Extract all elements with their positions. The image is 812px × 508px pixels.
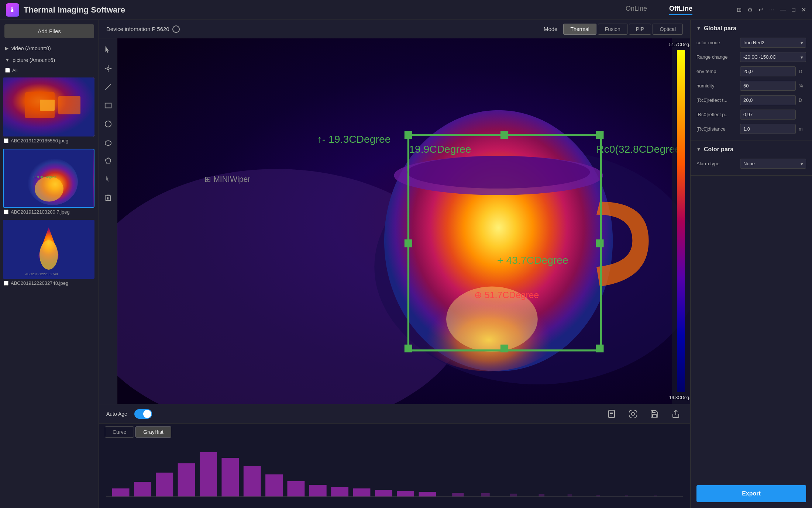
all-label: All [12,68,17,73]
reflect-p-input[interactable] [740,110,796,120]
thermal-preview-1 [3,77,94,136]
tab-curve[interactable]: Curve [105,426,134,438]
scale-max-label: 51.7CDeg... [669,42,690,47]
svg-rect-32 [500,131,508,139]
svg-text:↑- 19.3CDegree: ↑- 19.3CDegree [317,133,391,145]
svg-rect-51 [112,488,130,497]
alarm-type-select-wrapper[interactable]: None High Temp Low Temp High & Low [740,159,806,169]
image-filename-3: ABC20191222032748.jpeg [3,279,96,287]
tab-online[interactable]: OnLine [626,5,647,15]
chart-area: Curve GrayHist [99,423,690,508]
svg-rect-37 [500,345,508,352]
tab-grayhist[interactable]: GrayHist [135,426,171,438]
sidebar-item-video[interactable]: ▶ video (Amount:0) [0,42,99,54]
image-checkbox-2[interactable] [4,210,8,214]
distance-unit: m [799,126,806,132]
color-para-header[interactable]: ▼ Color para [691,141,812,156]
distance-label: [Rc0]distance [696,126,737,132]
image-checkbox-1[interactable] [4,138,8,143]
image-card-1[interactable]: ABC20191229185550.jpeg [3,77,96,145]
save-button[interactable] [647,407,661,421]
tab-offline[interactable]: OffLine [669,5,692,15]
tool-crosshair[interactable] [102,63,114,75]
svg-line-17 [105,84,111,90]
mode-btn-fusion[interactable]: Fusion [598,24,627,35]
mode-label: Mode [544,26,558,32]
export-button[interactable]: Export [696,485,806,502]
svg-rect-72 [625,495,628,497]
svg-rect-69 [539,494,545,497]
mode-btn-optical[interactable]: Optical [653,24,683,35]
range-change-select[interactable]: -20.0C~150.0C 0C~100C 0C~50C [740,52,806,62]
mode-btn-pip[interactable]: PIP [629,24,651,35]
image-card-2[interactable]: +19.3CDegree ABC2019122103200 7.jpeg [3,149,96,216]
humidity-input[interactable] [740,81,796,91]
tool-delete[interactable] [102,192,114,204]
viewer-tools [99,38,117,404]
screenshot-button[interactable] [626,407,640,421]
svg-rect-59 [287,481,304,497]
tool-polygon[interactable] [102,155,114,167]
svg-rect-2 [40,100,55,111]
auto-agc-toggle[interactable] [134,409,152,419]
image-thumb-2[interactable]: +19.3CDegree [3,149,94,208]
title-icon-more[interactable]: ··· [769,7,774,13]
tool-line[interactable] [102,81,114,93]
color-mode-select[interactable]: Iron Red2 Iron Red Rainbow Grayscale [740,38,806,48]
title-icon-maximize[interactable]: □ [792,7,795,13]
tool-circle[interactable] [102,118,114,130]
title-icon-grid[interactable]: ⊞ [737,6,742,13]
distance-input[interactable] [740,124,796,134]
all-checkbox[interactable] [5,68,10,73]
svg-marker-21 [105,158,111,163]
svg-rect-60 [309,485,327,497]
env-temp-input[interactable] [740,66,796,76]
svg-text:19.9CDegree: 19.9CDegree [409,143,471,155]
info-icon[interactable]: i [172,25,180,33]
device-info-text: Device infomation:P 5620 [106,26,169,32]
scale-min-label: 19.3CDeg... [669,395,690,400]
image-thumb-1[interactable] [3,77,94,136]
distance-row: [Rc0]distance m [691,122,812,136]
report-button[interactable] [605,407,619,421]
reflect-p-row: [Rc0]reflect p... [691,107,812,122]
main-layout: Add Files ▶ video (Amount:0) ▼ picture (… [0,20,812,508]
tool-pointer2[interactable] [102,173,114,185]
svg-rect-55 [200,452,217,497]
add-files-button[interactable]: Add Files [4,24,94,38]
reflect-t-input[interactable] [740,95,796,105]
image-checkbox-3[interactable] [4,281,8,286]
arrow-down-icon: ▼ [5,58,10,63]
svg-rect-38 [596,345,603,352]
global-para-header[interactable]: ▼ Global para [691,20,812,35]
tool-select[interactable] [102,44,114,56]
title-icon-settings[interactable]: ⚙ [747,6,753,13]
range-change-row: Range change -20.0C~150.0C 0C~100C 0C~50… [691,50,812,64]
color-mode-row: color mode Iron Red2 Iron Red Rainbow Gr… [691,35,812,50]
svg-rect-66 [452,493,464,497]
title-icon-minimize[interactable]: — [780,7,786,13]
image-card-3[interactable]: ABC20191222032748 ABC20191222032748.jpeg [3,220,96,287]
range-change-label: Range change [696,54,737,60]
tool-ellipse[interactable] [102,136,114,148]
color-mode-label: color mode [696,40,737,45]
svg-text:⊞ MINIWiper: ⊞ MINIWiper [204,175,250,184]
color-mode-select-wrapper[interactable]: Iron Red2 Iron Red Rainbow Grayscale [740,38,806,48]
title-icon-close[interactable]: ✕ [801,6,806,13]
folder-label-picture: picture (Amount:6) [13,57,93,63]
histogram-chart [106,441,683,497]
sidebar-item-picture[interactable]: ▼ picture (Amount:6) [0,54,99,66]
share-button[interactable] [669,407,683,421]
color-para-arrow: ▼ [696,147,701,152]
title-icon-undo[interactable]: ↩ [758,6,763,13]
all-check-row: All [0,66,99,75]
image-thumb-3[interactable]: ABC20191222032748 [3,220,94,279]
mode-btn-thermal[interactable]: Thermal [563,24,596,35]
svg-rect-68 [510,494,517,497]
alarm-type-select[interactable]: None High Temp Low Temp High & Low [740,159,806,169]
image-filename-2: ABC2019122103200 7.jpeg [3,208,96,216]
svg-rect-31 [405,131,412,139]
main-image-container[interactable]: ↑- 19.3CDegree 19.9CDegree Rc0(32.8CDegr… [117,38,690,404]
tool-rectangle[interactable] [102,100,114,111]
range-change-select-wrapper[interactable]: -20.0C~150.0C 0C~100C 0C~50C [740,52,806,62]
